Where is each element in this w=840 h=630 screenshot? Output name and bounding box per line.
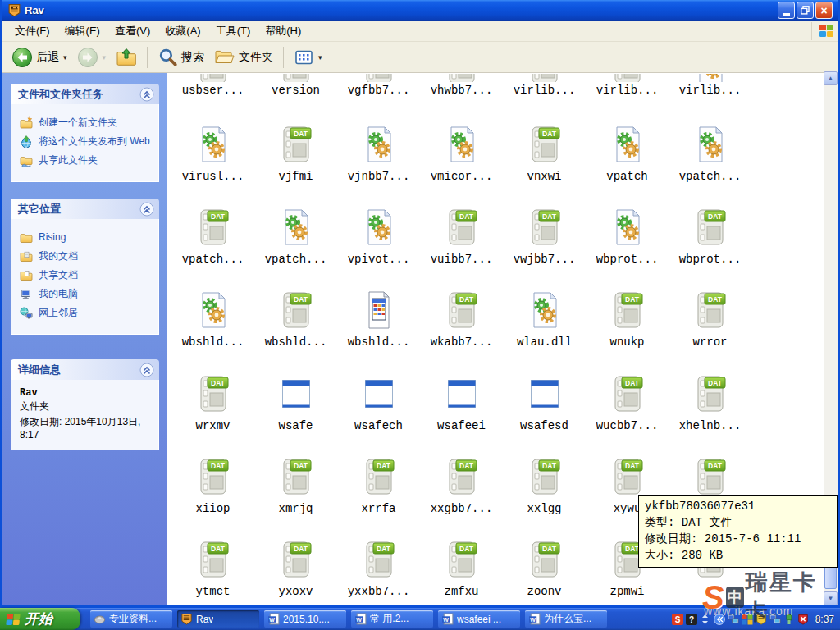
task-link[interactable]: 创建一个新文件夹 bbox=[20, 116, 152, 130]
file-item[interactable]: DATvirlib... bbox=[503, 74, 586, 97]
network-computers-icon[interactable] bbox=[728, 614, 739, 625]
file-item[interactable]: vmicor... bbox=[420, 125, 503, 183]
file-item[interactable]: DATvnxwi bbox=[503, 125, 586, 183]
file-item[interactable]: vpatch bbox=[586, 125, 669, 183]
file-item[interactable]: DATvirlib... bbox=[586, 74, 669, 97]
file-item[interactable]: DATwucbb7... bbox=[586, 374, 669, 432]
band-arrows-icon[interactable] bbox=[700, 614, 711, 625]
sogou-icon[interactable]: S bbox=[672, 614, 683, 625]
collapse-chevron-icon[interactable] bbox=[139, 202, 154, 217]
place-link[interactable]: 共享文档 bbox=[20, 269, 152, 282]
file-item[interactable]: DATyxxbb7... bbox=[337, 540, 420, 598]
file-item[interactable]: DATvjfmi bbox=[254, 125, 337, 183]
file-item[interactable]: wbshld... bbox=[337, 290, 420, 349]
scroll-up-button[interactable]: ▲ bbox=[824, 71, 838, 85]
file-item[interactable]: DATxxlgg bbox=[503, 457, 586, 515]
file-item[interactable]: DATvpatch... bbox=[171, 208, 254, 266]
collapse-chevron-icon[interactable] bbox=[139, 87, 154, 102]
file-item[interactable]: wsafeei bbox=[420, 374, 503, 432]
taskbar-task-button[interactable]: 专业资料... bbox=[90, 610, 172, 628]
file-item[interactable]: DATvhwbb7... bbox=[420, 74, 503, 97]
tasks-panel-header[interactable]: 文件和文件夹任务 bbox=[11, 84, 159, 104]
file-item[interactable]: wbshld... bbox=[171, 290, 254, 349]
taskbar-task-button[interactable]: W2015.10.... bbox=[264, 610, 346, 628]
taskbar-task-button[interactable]: Wwsafeei ... bbox=[438, 610, 520, 628]
dat-file-icon: DAT bbox=[442, 290, 482, 330]
start-button[interactable]: 开始 bbox=[0, 608, 80, 630]
file-name: vmicor... bbox=[420, 170, 503, 183]
file-item[interactable]: DATwkabb7... bbox=[420, 290, 503, 349]
menu-item[interactable]: 文件(F) bbox=[7, 21, 57, 41]
places-panel-header[interactable]: 其它位置 bbox=[11, 199, 159, 219]
file-item[interactable]: DATvwjbb7... bbox=[503, 208, 586, 266]
file-item[interactable]: vpatch... bbox=[254, 208, 337, 266]
file-item[interactable]: wbprot... bbox=[586, 208, 669, 266]
close-button[interactable]: × bbox=[815, 2, 833, 19]
plug-green-icon[interactable] bbox=[783, 614, 795, 625]
file-item[interactable]: DATytmct bbox=[171, 540, 254, 598]
file-item[interactable]: vjnbb7... bbox=[337, 125, 420, 183]
file-item[interactable]: DATwrror bbox=[669, 290, 751, 349]
file-item[interactable]: vpivot... bbox=[337, 208, 420, 266]
svg-text:DAT: DAT bbox=[211, 462, 226, 470]
file-item[interactable]: DATwnukp bbox=[586, 290, 669, 349]
views-button[interactable]: ▾ bbox=[290, 45, 326, 70]
file-item[interactable]: virlib... bbox=[669, 74, 751, 97]
forward-button[interactable]: ▾ bbox=[73, 44, 111, 71]
menu-item[interactable]: 编辑(E) bbox=[57, 21, 107, 41]
file-item[interactable]: DATvuibb7... bbox=[420, 208, 503, 266]
search-button[interactable]: 搜索 bbox=[153, 44, 208, 70]
shield-tiger-icon[interactable] bbox=[756, 614, 767, 625]
gear-file-icon bbox=[608, 208, 647, 247]
menu-item[interactable]: 工具(T) bbox=[208, 21, 258, 41]
file-item[interactable]: DATusbser... bbox=[171, 74, 254, 97]
file-item[interactable]: DATwrxmv bbox=[171, 374, 254, 432]
file-item[interactable]: DATxxgbb7... bbox=[420, 457, 503, 515]
taskbar-task-button[interactable]: W常 用.2... bbox=[351, 610, 433, 628]
back-button[interactable]: 后退▾ bbox=[7, 44, 71, 71]
file-item[interactable]: wsafech bbox=[337, 374, 420, 432]
details-panel-header[interactable]: 详细信息 bbox=[11, 359, 159, 380]
file-item[interactable]: DATzoonv bbox=[503, 540, 586, 598]
collapse-chevron-icon[interactable] bbox=[714, 614, 725, 625]
file-item[interactable]: DATwbshld... bbox=[254, 290, 337, 349]
details-panel-title: 详细信息 bbox=[18, 363, 61, 377]
file-item[interactable]: DATxhelnb... bbox=[669, 374, 751, 432]
file-item[interactable]: DATversion bbox=[254, 74, 337, 97]
svg-text:W: W bbox=[269, 617, 275, 623]
menu-item[interactable]: 收藏(A) bbox=[158, 21, 208, 41]
task-link[interactable]: 共享此文件夹 bbox=[20, 154, 152, 167]
file-item[interactable]: wsafe bbox=[254, 374, 337, 432]
restore-button[interactable] bbox=[797, 2, 814, 19]
file-item[interactable]: DATwbprot... bbox=[669, 208, 751, 266]
file-item[interactable]: vpatch... bbox=[669, 125, 751, 183]
place-link[interactable]: 网上邻居 bbox=[20, 307, 152, 320]
gear-file-icon bbox=[359, 208, 399, 247]
place-link[interactable]: 我的电脑 bbox=[20, 288, 152, 301]
file-item[interactable]: DATvgfbb7... bbox=[337, 74, 420, 97]
taskbar-task-button[interactable]: W为什么宝... bbox=[525, 610, 607, 628]
folders-button[interactable]: 文件夹 bbox=[210, 44, 277, 70]
place-link[interactable]: 我的文档 bbox=[20, 250, 152, 263]
alert-shield-red-icon[interactable] bbox=[797, 614, 809, 625]
network-computers-icon[interactable] bbox=[769, 614, 781, 625]
minimize-button[interactable] bbox=[778, 2, 795, 19]
file-item[interactable]: DATzmfxu bbox=[420, 540, 503, 598]
file-item[interactable]: wsafesd bbox=[503, 374, 586, 432]
file-item[interactable]: wlau.dll bbox=[503, 290, 586, 349]
menu-item[interactable]: 帮助(H) bbox=[258, 21, 308, 41]
taskbar-task-button[interactable]: Rav bbox=[177, 610, 259, 628]
up-button[interactable] bbox=[112, 44, 141, 71]
menu-item[interactable]: 查看(V) bbox=[107, 21, 158, 41]
picture-icon[interactable] bbox=[742, 614, 753, 625]
collapse-chevron-icon[interactable] bbox=[139, 363, 154, 377]
file-item[interactable]: DATyxoxv bbox=[254, 540, 337, 598]
file-item[interactable]: virusl... bbox=[171, 125, 254, 183]
place-link[interactable]: Rising bbox=[20, 231, 152, 244]
file-item[interactable]: DATxmrjq bbox=[254, 457, 337, 515]
file-item[interactable]: DATxiiop bbox=[171, 457, 254, 515]
task-link[interactable]: 将这个文件夹发布到 Web bbox=[20, 135, 152, 148]
scroll-down-button[interactable]: ▼ bbox=[824, 591, 838, 605]
file-item[interactable]: DATxrrfa bbox=[337, 457, 420, 515]
ime-help-icon[interactable]: ? bbox=[686, 614, 697, 625]
